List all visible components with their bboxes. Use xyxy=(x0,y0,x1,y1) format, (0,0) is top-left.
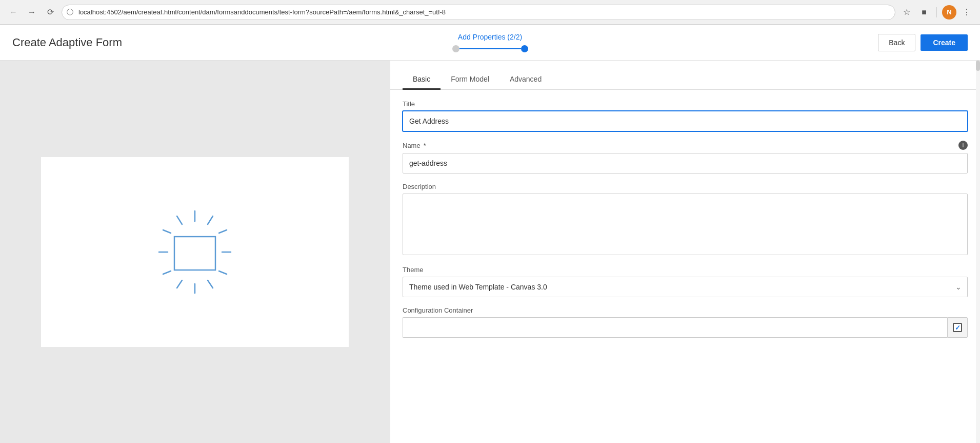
separator xyxy=(936,7,937,17)
scrollbar-thumb[interactable] xyxy=(976,61,980,71)
scrollbar-track[interactable] xyxy=(976,61,980,443)
page-title: Create Adaptive Form xyxy=(12,36,122,49)
bookmark-button[interactable]: ☆ xyxy=(899,5,914,20)
app-header: Create Adaptive Form Add Properties (2/2… xyxy=(0,25,980,61)
step-2-dot xyxy=(521,45,528,52)
form-panel: Basic Form Model Advanced Title Name * i xyxy=(390,61,980,443)
title-input[interactable] xyxy=(403,111,968,131)
user-avatar[interactable]: N xyxy=(942,5,956,20)
header-actions: Back Create xyxy=(878,34,968,51)
form-fields: Title Name * i Description Theme xyxy=(390,90,980,357)
tab-form-model[interactable]: Form Model xyxy=(441,69,499,90)
steps-container: Add Properties (2/2) xyxy=(452,33,528,52)
svg-line-12 xyxy=(177,216,182,224)
back-nav-button[interactable]: ← xyxy=(6,5,21,20)
browser-actions: ☆ ■ N ⋮ xyxy=(899,5,974,20)
theme-field-group: Theme Theme used in Web Template - Canva… xyxy=(403,266,968,297)
forward-nav-button[interactable]: → xyxy=(25,5,39,20)
tab-basic[interactable]: Basic xyxy=(403,69,441,90)
theme-select[interactable]: Theme used in Web Template - Canvas 3.0 xyxy=(403,277,968,297)
description-field-group: Description xyxy=(403,183,968,257)
preview-panel xyxy=(0,61,390,443)
svg-line-2 xyxy=(208,216,213,224)
name-info-icon[interactable]: i xyxy=(958,141,968,150)
create-button[interactable]: Create xyxy=(921,34,968,51)
reload-button[interactable]: ⟳ xyxy=(43,5,57,20)
step-line xyxy=(459,48,521,49)
config-container-label: Configuration Container xyxy=(403,306,968,314)
address-bar-container: ⓘ xyxy=(62,5,895,20)
config-container-input[interactable] xyxy=(403,317,947,338)
name-field-group: Name * i xyxy=(403,141,968,174)
extensions-button[interactable]: ■ xyxy=(917,5,931,20)
tabs-container: Basic Form Model Advanced xyxy=(390,69,980,90)
browser-chrome: ← → ⟳ ⓘ ☆ ■ N ⋮ xyxy=(0,0,980,25)
title-field-group: Title xyxy=(403,100,968,131)
description-textarea[interactable] xyxy=(403,194,968,255)
tab-advanced[interactable]: Advanced xyxy=(499,69,552,90)
svg-line-3 xyxy=(219,230,227,233)
svg-line-8 xyxy=(177,280,182,288)
address-bar-input[interactable] xyxy=(62,5,895,20)
address-info-icon: ⓘ xyxy=(67,8,73,17)
name-label: Name * i xyxy=(403,141,968,150)
svg-rect-0 xyxy=(174,237,215,270)
theme-select-container: Theme used in Web Template - Canvas 3.0 … xyxy=(403,277,968,297)
name-required-marker: * xyxy=(424,142,426,149)
preview-canvas xyxy=(41,157,349,347)
browser-menu-button[interactable]: ⋮ xyxy=(959,5,974,20)
main-content: Basic Form Model Advanced Title Name * i xyxy=(0,61,980,443)
preview-icon xyxy=(144,201,246,303)
name-input[interactable] xyxy=(403,153,968,174)
config-container-field-group: Configuration Container xyxy=(403,306,968,338)
step-1-dot xyxy=(452,45,459,52)
description-label: Description xyxy=(403,183,968,190)
title-label: Title xyxy=(403,100,968,108)
back-button[interactable]: Back xyxy=(878,34,915,51)
svg-line-9 xyxy=(163,271,171,274)
config-checkbox-button[interactable] xyxy=(947,317,968,338)
preview-svg xyxy=(144,201,246,303)
svg-line-6 xyxy=(208,280,213,288)
steps-label: Add Properties (2/2) xyxy=(458,33,522,41)
config-container-row xyxy=(403,317,968,338)
theme-label: Theme xyxy=(403,266,968,274)
steps-indicator xyxy=(452,45,528,52)
config-checkbox-icon xyxy=(953,323,962,332)
svg-line-11 xyxy=(163,230,171,233)
svg-line-5 xyxy=(219,271,227,274)
